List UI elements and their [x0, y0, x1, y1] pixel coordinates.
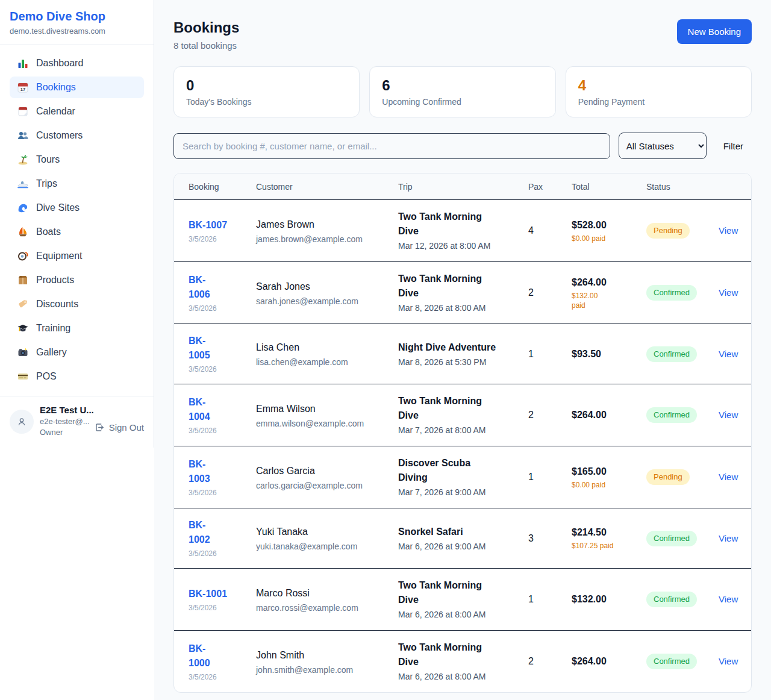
booking-cell: BK- 1006 3/5/2026: [189, 273, 256, 313]
trip-name: Two Tank Morning Dive: [398, 640, 522, 669]
sidebar-item-bookings[interactable]: 17 Bookings: [10, 77, 144, 98]
trip-cell: Two Tank Morning Dive Mar 6, 2026 at 8:0…: [398, 640, 528, 683]
booking-number-link[interactable]: BK-1001: [189, 587, 227, 601]
status-cell: Confirmed: [646, 285, 719, 301]
total-amount: $132.00: [572, 593, 640, 606]
total-amount: $214.50: [572, 526, 640, 539]
sidebar-item-dashboard[interactable]: Dashboard: [10, 52, 144, 74]
status-badge: Pending: [646, 223, 690, 239]
view-link[interactable]: View: [719, 472, 738, 482]
booking-date: 3/5/2026: [189, 672, 250, 682]
stat-card-todays-bookings: 0 Today's Bookings: [173, 66, 360, 117]
booking-cell: BK- 1004 3/5/2026: [189, 395, 256, 436]
two-people-icon: [17, 130, 29, 142]
sidebar-item-equipment[interactable]: Equipment: [10, 245, 144, 267]
table-row: BK- 1004 3/5/2026 Emma Wilson emma.wilso…: [174, 384, 751, 446]
pax-count: 2: [528, 656, 572, 667]
search-input[interactable]: [173, 133, 610, 159]
booking-number-link[interactable]: BK-1007: [189, 218, 227, 233]
column-header-pax: Pax: [528, 173, 572, 199]
filter-button[interactable]: Filter: [715, 141, 752, 151]
trip-datetime: Mar 6, 2026 at 8:00 AM: [398, 670, 522, 683]
status-cell: Confirmed: [646, 592, 719, 607]
customer-name: Yuki Tanaka: [256, 525, 392, 539]
trip-cell: Two Tank Morning Dive Mar 12, 2026 at 8:…: [398, 210, 528, 252]
trip-name: Two Tank Morning Dive: [398, 394, 522, 423]
pax-count: 2: [528, 410, 572, 420]
sidebar-item-gallery[interactable]: Gallery: [10, 342, 144, 363]
trip-cell: Two Tank Morning Dive Mar 6, 2026 at 8:0…: [398, 578, 528, 620]
view-link[interactable]: View: [719, 410, 738, 420]
booking-date: 3/5/2026: [189, 549, 250, 558]
sidebar-item-training[interactable]: Training: [10, 317, 144, 339]
booking-date: 3/5/2026: [189, 488, 250, 498]
booking-cell: BK- 1000 3/5/2026: [189, 642, 256, 682]
page-header: Bookings 8 total bookings New Booking: [173, 19, 752, 51]
sidebar-item-calendar[interactable]: Calendar: [10, 101, 144, 122]
stat-label: Upcoming Confirmed: [382, 97, 543, 107]
booking-number-link[interactable]: BK- 1005: [189, 334, 210, 363]
trip-datetime: Mar 7, 2026 at 8:00 AM: [398, 424, 522, 436]
sidebar-item-products[interactable]: Products: [10, 269, 144, 291]
sidebar-item-dive-sites[interactable]: Dive Sites: [10, 197, 144, 219]
sidebar-nav: Dashboard 17 Bookings Calendar Customers…: [0, 45, 154, 396]
status-cell: Confirmed: [646, 346, 719, 362]
booking-number-link[interactable]: BK- 1002: [189, 518, 210, 547]
desert-island-icon: [17, 154, 29, 166]
status-select[interactable]: All Statuses: [619, 133, 707, 159]
view-link[interactable]: View: [719, 656, 738, 666]
total-amount: $528.00: [572, 219, 640, 232]
table-row: BK-1007 3/5/2026 James Brown james.brown…: [174, 200, 751, 262]
customer-name: Carlos Garcia: [256, 464, 392, 478]
trip-datetime: Mar 8, 2026 at 8:00 AM: [398, 302, 522, 314]
customer-email: sarah.jones@example.com: [256, 296, 392, 307]
ocean-wave-icon: [17, 202, 29, 214]
customer-email: lisa.chen@example.com: [256, 357, 392, 367]
actions-cell: View: [719, 656, 737, 667]
table-row: BK- 1006 3/5/2026 Sarah Jones sarah.jone…: [174, 262, 751, 324]
svg-text:17: 17: [20, 87, 25, 92]
view-link[interactable]: View: [719, 533, 738, 543]
view-link[interactable]: View: [719, 349, 738, 359]
customer-cell: Carlos Garcia carlos.garcia@example.com: [256, 464, 398, 491]
customer-cell: John Smith john.smith@example.com: [256, 648, 398, 675]
view-link[interactable]: View: [719, 287, 738, 298]
status-badge: Confirmed: [646, 346, 697, 362]
view-link[interactable]: View: [719, 225, 738, 236]
view-link[interactable]: View: [719, 594, 738, 604]
booking-number-link[interactable]: BK- 1004: [189, 395, 210, 424]
trip-cell: Snorkel Safari Mar 6, 2026 at 9:00 AM: [398, 525, 528, 552]
sidebar-item-discounts[interactable]: Discounts: [10, 293, 144, 315]
booking-number-link[interactable]: BK- 1003: [189, 457, 210, 486]
sidebar-item-label: Dive Sites: [36, 202, 80, 213]
customer-name: Marco Rossi: [256, 586, 392, 601]
app-root: Demo Dive Shop demo.test.divestreams.com…: [0, 0, 771, 700]
diving-mask-icon: [17, 250, 29, 262]
total-amount: $264.00: [572, 655, 640, 668]
sidebar-item-pos[interactable]: POS: [10, 366, 144, 387]
new-booking-button[interactable]: New Booking: [677, 19, 752, 44]
stat-label: Pending Payment: [578, 97, 739, 107]
avatar: [10, 410, 34, 434]
sidebar-item-customers[interactable]: Customers: [10, 125, 144, 146]
sidebar-item-trips[interactable]: Trips: [10, 173, 144, 195]
sidebar-item-label: Products: [36, 275, 74, 286]
booking-number-link[interactable]: BK- 1006: [189, 273, 210, 302]
sidebar-item-boats[interactable]: Boats: [10, 221, 144, 243]
pax-count: 1: [528, 472, 572, 483]
brand-name: Demo Dive Shop: [10, 10, 144, 23]
customer-email: john.smith@example.com: [256, 664, 392, 675]
sidebar-item-label: Discounts: [36, 299, 78, 310]
booking-number-link[interactable]: BK- 1000: [189, 642, 210, 670]
column-header-customer: Customer: [256, 173, 398, 199]
table-row: BK- 1005 3/5/2026 Lisa Chen lisa.chen@ex…: [174, 324, 751, 384]
sidebar-item-tours[interactable]: Tours: [10, 149, 144, 170]
total-amount: $165.00: [572, 465, 640, 478]
sign-out-button[interactable]: Sign Out: [95, 418, 144, 437]
total-cell: $132.00: [572, 593, 646, 606]
status-badge: Confirmed: [646, 407, 697, 423]
booking-date: 3/5/2026: [189, 304, 250, 313]
trip-datetime: Mar 12, 2026 at 8:00 AM: [398, 240, 522, 252]
sidebar-item-label: Bookings: [36, 82, 76, 93]
trip-cell: Night Dive Adventure Mar 8, 2026 at 5:30…: [398, 340, 528, 368]
